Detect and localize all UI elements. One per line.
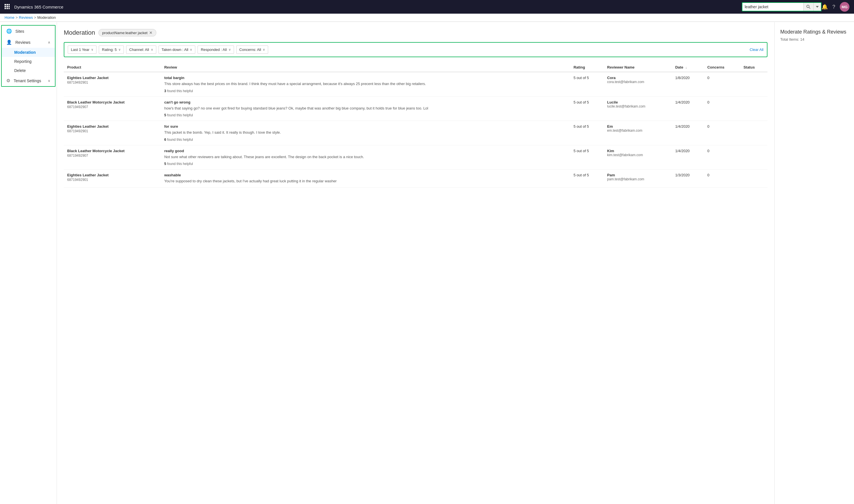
review-title: really good bbox=[164, 149, 567, 153]
channel-filter-label: Channel: All bbox=[129, 48, 149, 52]
cell-reviewer: Kim kim.test@fabrikam.com bbox=[604, 145, 672, 169]
tenant-chevron-icon: ∨ bbox=[48, 79, 50, 83]
concerns-chevron-icon: ∨ bbox=[263, 48, 265, 52]
reviewer-name: Lucile bbox=[607, 100, 668, 104]
table-header-row: Product Review Rating Reviewer Name Date… bbox=[64, 63, 767, 72]
sidebar-item-delete[interactable]: Delete bbox=[2, 66, 55, 75]
svg-rect-2 bbox=[8, 4, 10, 5]
search-dropdown-button[interactable] bbox=[813, 3, 821, 11]
taken-down-filter[interactable]: Taken down : All ∨ bbox=[159, 46, 195, 54]
sidebar-delete-label: Delete bbox=[14, 68, 25, 73]
search-input[interactable] bbox=[743, 4, 803, 9]
channel-filter[interactable]: Channel: All ∨ bbox=[126, 46, 156, 54]
cell-concerns: 0 bbox=[704, 96, 740, 121]
table-row[interactable]: Black Leather Motorcycle Jacket 68719492… bbox=[64, 145, 767, 169]
help-icon[interactable]: ? bbox=[832, 4, 835, 10]
breadcrumb-sep-2: > bbox=[34, 15, 36, 20]
rating-filter[interactable]: Rating: 5 ∨ bbox=[99, 46, 124, 54]
filter-tag-text: productName:leather jacket bbox=[102, 31, 147, 35]
product-name: Eighties Leather Jacket bbox=[67, 173, 157, 177]
breadcrumb-current: Moderation bbox=[37, 15, 56, 20]
right-panel: Moderate Ratings & Reviews Total Items: … bbox=[774, 22, 854, 504]
cell-review: can't go wrong how's that saying go? no … bbox=[161, 96, 570, 121]
table-row[interactable]: Black Leather Motorcycle Jacket 68719492… bbox=[64, 96, 767, 121]
cell-date: 1/8/2020 bbox=[672, 72, 704, 96]
reviewer-name: Kim bbox=[607, 149, 668, 153]
cell-rating: 5 out of 5 bbox=[570, 169, 604, 188]
col-review: Review bbox=[161, 63, 570, 72]
notification-icon[interactable]: 🔔 bbox=[822, 4, 828, 10]
year-filter-label: Last 1 Year bbox=[71, 48, 89, 52]
helpful-text: 3 found this helpful bbox=[164, 89, 567, 93]
table-row[interactable]: Eighties Leather Jacket 68719492901 tota… bbox=[64, 72, 767, 96]
cell-reviewer: Em em.test@fabrikam.com bbox=[604, 121, 672, 145]
cell-concerns: 0 bbox=[704, 72, 740, 96]
review-title: washable bbox=[164, 173, 567, 177]
sidebar-item-reviews[interactable]: 👤 Reviews ∧ bbox=[2, 37, 55, 48]
review-body: Not sure what other reviewers are talkin… bbox=[164, 154, 567, 160]
avatar[interactable]: MG bbox=[840, 2, 850, 12]
reviewer-email: cora.test@fabrikam.com bbox=[607, 80, 668, 84]
reviewer-email: em.test@fabrikam.com bbox=[607, 129, 668, 132]
sidebar-item-moderation[interactable]: Moderation bbox=[2, 48, 55, 57]
review-body: This store always has the best prices on… bbox=[164, 81, 567, 87]
taken-down-chevron-icon: ∨ bbox=[190, 48, 192, 52]
cell-concerns: 0 bbox=[704, 145, 740, 169]
table-row[interactable]: Eighties Leather Jacket 68719492901 wash… bbox=[64, 169, 767, 188]
cell-date: 1/4/2020 bbox=[672, 121, 704, 145]
grid-menu-icon[interactable] bbox=[4, 4, 10, 10]
svg-rect-5 bbox=[8, 6, 10, 7]
breadcrumb-home[interactable]: Home bbox=[4, 15, 15, 20]
review-body: how's that saying go? no one ever got fi… bbox=[164, 106, 567, 111]
reviewer-name: Cora bbox=[607, 76, 668, 80]
active-filter-tag: productName:leather jacket ✕ bbox=[99, 29, 156, 36]
col-reviewer: Reviewer Name bbox=[604, 63, 672, 72]
cell-status bbox=[740, 121, 767, 145]
cell-date: 1/4/2020 bbox=[672, 145, 704, 169]
product-id: 68719492901 bbox=[67, 129, 157, 133]
sidebar-sites-label: Sites bbox=[15, 29, 50, 34]
remove-filter-button[interactable]: ✕ bbox=[149, 31, 153, 35]
rating-filter-label: Rating: 5 bbox=[102, 48, 117, 52]
cell-product: Black Leather Motorcycle Jacket 68719492… bbox=[64, 96, 161, 121]
cell-rating: 5 out of 5 bbox=[570, 121, 604, 145]
svg-line-10 bbox=[809, 7, 810, 8]
cell-reviewer: Cora cora.test@fabrikam.com bbox=[604, 72, 672, 96]
clear-all-button[interactable]: Clear All bbox=[750, 48, 764, 52]
search-button[interactable] bbox=[803, 3, 813, 11]
helpful-text: 5 found this helpful bbox=[164, 113, 567, 117]
sidebar: 🌐 Sites 👤 Reviews ∧ Moderation Reporting… bbox=[0, 22, 57, 504]
breadcrumb: Home > Reviews > Moderation bbox=[0, 14, 854, 22]
right-panel-subtitle: Total Items: 14 bbox=[780, 37, 848, 41]
cell-status bbox=[740, 169, 767, 188]
review-title: for sure bbox=[164, 124, 567, 129]
sidebar-moderation-label: Moderation bbox=[14, 50, 36, 55]
review-title: total bargin bbox=[164, 76, 567, 80]
cell-review: really good Not sure what other reviewer… bbox=[161, 145, 570, 169]
sidebar-item-sites[interactable]: 🌐 Sites bbox=[2, 25, 55, 37]
global-search-bar[interactable] bbox=[742, 2, 822, 11]
col-date[interactable]: Date ↓ bbox=[672, 63, 704, 72]
col-status: Status bbox=[740, 63, 767, 72]
svg-point-9 bbox=[807, 5, 809, 8]
content-area: Moderation productName:leather jacket ✕ … bbox=[57, 22, 854, 504]
sidebar-item-reporting[interactable]: Reporting bbox=[2, 57, 55, 66]
concerns-filter[interactable]: Concerns: All ∨ bbox=[236, 46, 268, 54]
cell-rating: 5 out of 5 bbox=[570, 145, 604, 169]
breadcrumb-reviews[interactable]: Reviews bbox=[19, 15, 33, 20]
cell-rating: 5 out of 5 bbox=[570, 96, 604, 121]
col-concerns: Concerns bbox=[704, 63, 740, 72]
table-row[interactable]: Eighties Leather Jacket 68719492901 for … bbox=[64, 121, 767, 145]
product-id: 68719492907 bbox=[67, 105, 157, 109]
sidebar-tenant-label: Tenant Settings bbox=[14, 78, 48, 83]
responded-filter[interactable]: Responded : All ∨ bbox=[197, 46, 234, 54]
year-filter[interactable]: Last 1 Year ∨ bbox=[68, 46, 97, 54]
right-panel-title: Moderate Ratings & Reviews bbox=[780, 29, 848, 35]
main-panel: Moderation productName:leather jacket ✕ … bbox=[57, 22, 774, 504]
cell-review: total bargin This store always has the b… bbox=[161, 72, 570, 96]
top-navigation: Dynamics 365 Commerce 🔔 ? MG bbox=[0, 0, 854, 14]
cell-status bbox=[740, 145, 767, 169]
cell-date: 1/4/2020 bbox=[672, 96, 704, 121]
sidebar-item-tenant-settings[interactable]: ⚙ Tenant Settings ∨ bbox=[2, 75, 55, 86]
svg-rect-8 bbox=[8, 8, 10, 9]
